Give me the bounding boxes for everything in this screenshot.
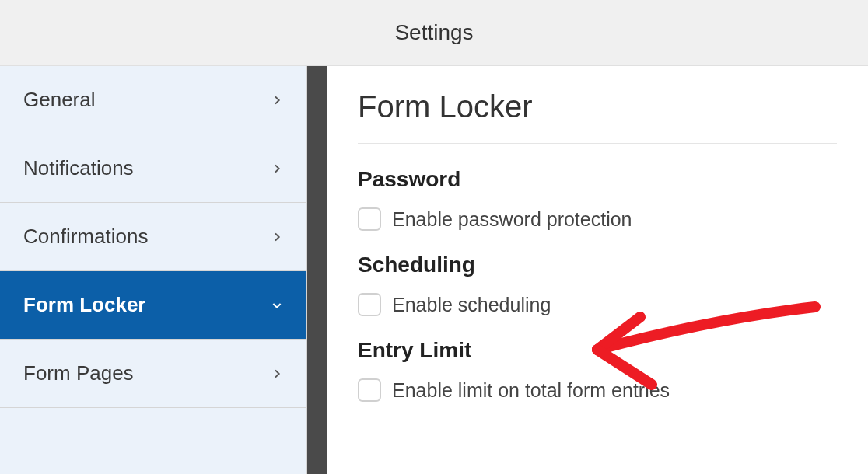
section-heading-password: Password <box>358 167 837 192</box>
sidebar-item-label: Confirmations <box>23 225 148 249</box>
sidebar-item-label: Notifications <box>23 156 134 180</box>
page-title: Settings <box>394 20 473 45</box>
content-panel: Form Locker Password Enable password pro… <box>327 66 868 474</box>
checkbox-enable-scheduling[interactable] <box>358 293 381 316</box>
checkbox-entry-limit[interactable] <box>358 378 381 402</box>
sidebar-item-confirmations[interactable]: Confirmations <box>0 203 306 271</box>
sidebar-item-general[interactable]: General <box>0 66 306 134</box>
sidebar-item-form-pages[interactable]: Form Pages <box>0 340 306 408</box>
section-heading-scheduling: Scheduling <box>358 253 837 277</box>
checkbox-row-password[interactable]: Enable password protection <box>358 207 837 231</box>
content-title: Form Locker <box>358 89 837 144</box>
checkbox-row-entry-limit[interactable]: Enable limit on total form entries <box>358 378 837 402</box>
checkbox-label-entry-limit: Enable limit on total form entries <box>392 379 670 402</box>
chevron-right-icon <box>271 94 283 106</box>
main-container: General Notifications Confirmations Form… <box>0 66 868 474</box>
checkbox-label-password: Enable password protection <box>392 208 632 231</box>
section-heading-entry-limit: Entry Limit <box>358 338 837 363</box>
sidebar-item-label: Form Pages <box>23 361 134 385</box>
panel-divider <box>307 66 327 474</box>
sidebar-item-label: Form Locker <box>23 293 146 317</box>
settings-header: Settings <box>0 0 868 66</box>
chevron-right-icon <box>271 231 283 243</box>
chevron-right-icon <box>271 162 283 175</box>
checkbox-label-scheduling: Enable scheduling <box>392 294 551 316</box>
chevron-down-icon <box>271 299 283 312</box>
chevron-right-icon <box>271 368 283 380</box>
sidebar-item-label: General <box>23 88 96 112</box>
checkbox-password-protection[interactable] <box>358 207 381 231</box>
sidebar-item-notifications[interactable]: Notifications <box>0 134 306 203</box>
sidebar-item-form-locker[interactable]: Form Locker <box>0 271 306 340</box>
checkbox-row-scheduling[interactable]: Enable scheduling <box>358 293 837 316</box>
settings-sidebar: General Notifications Confirmations Form… <box>0 66 307 474</box>
